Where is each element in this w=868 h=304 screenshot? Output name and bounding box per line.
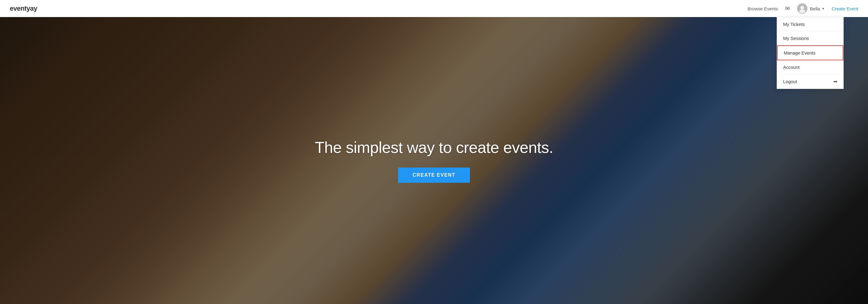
navbar-right: Browse Events ✉ Bella ▾ Create Event <box>747 3 858 14</box>
navbar: eventyay Browse Events ✉ Bella ▾ Create … <box>0 0 868 17</box>
chevron-down-icon: ▾ <box>823 7 824 11</box>
avatar <box>797 3 807 14</box>
user-menu-trigger[interactable]: Bella ▾ <box>797 3 824 14</box>
dropdown-item-logout[interactable]: Logout ➡ <box>777 74 843 89</box>
user-name-label: Bella <box>810 6 820 11</box>
hero-section: The simplest way to create events. CREAT… <box>0 17 868 304</box>
svg-point-1 <box>800 6 804 9</box>
dropdown-item-my-tickets[interactable]: My Tickets <box>777 17 843 31</box>
mail-icon[interactable]: ✉ <box>785 5 790 12</box>
browse-events-link[interactable]: Browse Events <box>747 6 778 11</box>
logout-arrow-icon: ➡ <box>833 79 837 84</box>
dropdown-item-my-sessions[interactable]: My Sessions <box>777 31 843 46</box>
hero-content: The simplest way to create events. CREAT… <box>315 138 553 183</box>
user-dropdown-menu: My Tickets My Sessions Manage Events Acc… <box>777 17 844 89</box>
brand-logo[interactable]: eventyay <box>10 5 37 12</box>
svg-point-2 <box>799 9 805 13</box>
dropdown-item-manage-events[interactable]: Manage Events <box>777 46 843 60</box>
create-event-button[interactable]: Create Event <box>832 6 858 11</box>
hero-title: The simplest way to create events. <box>315 138 553 157</box>
hero-create-event-button[interactable]: CREATE EVENT <box>398 168 470 183</box>
dropdown-item-account[interactable]: Account <box>777 60 843 74</box>
